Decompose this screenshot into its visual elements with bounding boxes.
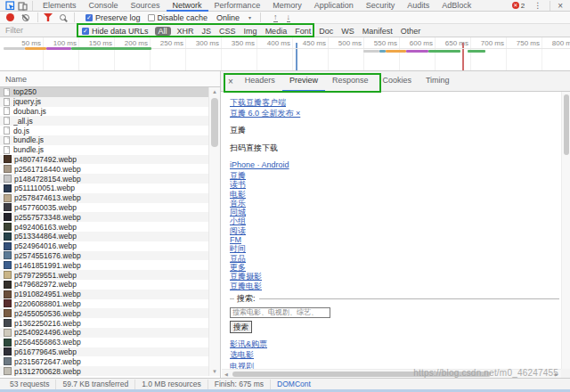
request-row[interactable]: p2561716440.webp: [0, 164, 208, 174]
request-row[interactable]: p513344864.webp: [0, 232, 208, 241]
search-input[interactable]: 搜索电影、电视剧、综艺、: [230, 307, 330, 318]
main-tab-console[interactable]: Console: [83, 0, 125, 12]
request-row[interactable]: jquery.js: [0, 97, 208, 107]
preserve-log-checkbox[interactable]: ✓: [86, 14, 93, 21]
preview-tab-preview[interactable]: Preview: [282, 71, 325, 92]
filter-type-doc[interactable]: Doc: [319, 27, 333, 36]
clear-icon[interactable]: [22, 14, 29, 21]
request-row[interactable]: p479682972.webp: [0, 280, 208, 290]
filter-type-all[interactable]: All: [155, 27, 171, 36]
preview-link[interactable]: 阅读: [230, 226, 246, 235]
preview-link[interactable]: 音乐: [230, 199, 246, 208]
request-row[interactable]: p1362250216.webp: [0, 318, 208, 328]
disable-cache-checkbox[interactable]: ✓: [148, 14, 155, 21]
request-row[interactable]: p492406163.webp: [0, 222, 208, 232]
main-tab-application[interactable]: Application: [308, 0, 360, 12]
main-tab-network[interactable]: Network: [167, 0, 208, 12]
request-row[interactable]: p2574551676.webp: [0, 251, 208, 261]
filter-type-font[interactable]: Font: [295, 27, 311, 36]
export-har-icon[interactable]: ↓: [287, 13, 291, 22]
request-row[interactable]: p579729551.webp: [0, 270, 208, 280]
scrollbar-thumb[interactable]: [211, 98, 218, 147]
preview-link[interactable]: 电影: [230, 190, 246, 199]
preview-link[interactable]: FM: [230, 235, 241, 244]
preview-link[interactable]: 下载豆瓣客户端: [230, 97, 286, 108]
request-row[interactable]: p480747492.webp: [0, 155, 208, 165]
search-button[interactable]: 搜索: [230, 321, 252, 333]
request-row[interactable]: p2540924496.webp: [0, 328, 208, 338]
scroll-down-icon[interactable]: ▼: [209, 367, 220, 376]
filter-type-other[interactable]: Other: [401, 27, 421, 36]
filter-icon[interactable]: [44, 13, 53, 21]
scroll-left-icon[interactable]: ◀: [222, 370, 231, 378]
preview-tab-headers[interactable]: Headers: [238, 71, 282, 92]
main-tab-performance[interactable]: Performance: [208, 0, 267, 12]
filter-input[interactable]: Filter: [5, 26, 23, 35]
device-toolbar-icon[interactable]: [16, 0, 28, 11]
request-row[interactable]: p2206088801.webp: [0, 299, 208, 309]
filter-type-img[interactable]: Img: [244, 27, 257, 36]
request-row[interactable]: top250: [0, 87, 208, 97]
platform-links[interactable]: iPhone · Android: [230, 160, 289, 169]
request-row[interactable]: p1312700628.webp: [0, 366, 208, 376]
preview-link[interactable]: 选电影: [230, 349, 254, 361]
filter-type-css[interactable]: CSS: [219, 27, 236, 36]
main-tab-sources[interactable]: Sources: [125, 0, 167, 12]
close-devtools-icon[interactable]: ×: [558, 1, 563, 11]
preview-link[interactable]: 豆瓣 6.0 全新发布 ×: [230, 108, 300, 118]
preview-link[interactable]: 豆瓣: [230, 171, 246, 180]
request-row[interactable]: _all.js: [0, 116, 208, 126]
preview-link[interactable]: 时间: [230, 244, 246, 253]
preview-tab-cookies[interactable]: Cookies: [375, 71, 419, 92]
preserve-log-control[interactable]: ✓ Preserve log: [86, 13, 141, 22]
scroll-up-icon[interactable]: ▲: [209, 87, 220, 96]
request-row[interactable]: p1484728154.webp: [0, 174, 208, 184]
error-count[interactable]: 2: [521, 2, 525, 10]
filter-type-ws[interactable]: WS: [341, 27, 354, 36]
request-row[interactable]: p2564556863.webp: [0, 338, 208, 347]
preview-link[interactable]: 影讯&购票: [230, 339, 267, 350]
preview-link[interactable]: 同城: [230, 208, 246, 216]
main-tab-elements[interactable]: Elements: [37, 0, 83, 12]
main-tab-audits[interactable]: Audits: [401, 0, 436, 12]
request-row[interactable]: p1910824951.webp: [0, 290, 208, 299]
request-row[interactable]: p524964016.webp: [0, 241, 208, 251]
close-detail-icon[interactable]: ×: [224, 77, 238, 86]
request-row[interactable]: p2557573348.webp: [0, 212, 208, 222]
preview-link[interactable]: 小组: [230, 216, 246, 225]
inspect-element-icon[interactable]: [4, 0, 16, 11]
preview-tab-timing[interactable]: Timing: [419, 71, 457, 92]
preview-link[interactable]: 豆品: [230, 254, 246, 263]
hide-data-urls-checkbox[interactable]: ✓: [82, 28, 89, 35]
preview-tab-response[interactable]: Response: [325, 71, 376, 92]
preview-link[interactable]: 豆瓣摄影: [230, 272, 262, 281]
name-column-header[interactable]: Name: [0, 71, 220, 87]
main-tab-adblock[interactable]: AdBlock: [436, 0, 477, 12]
more-options-icon[interactable]: ⋮: [533, 1, 542, 10]
request-row[interactable]: p2578474613.webp: [0, 193, 208, 203]
request-row[interactable]: douban.js: [0, 107, 208, 117]
request-row[interactable]: p2455050536.webp: [0, 308, 208, 318]
preview-link[interactable]: 豆瓣电影: [230, 282, 262, 290]
filter-type-media[interactable]: Media: [265, 27, 288, 36]
preview-link[interactable]: 更多: [230, 263, 246, 272]
preview-link[interactable]: 读书: [230, 180, 246, 189]
throttling-dropdown[interactable]: Online ▾: [216, 13, 251, 22]
import-har-icon[interactable]: ↑: [273, 13, 278, 22]
filter-type-js[interactable]: JS: [202, 27, 212, 36]
disable-cache-control[interactable]: ✓ Disable cache: [148, 13, 208, 22]
request-row[interactable]: p511110051.webp: [0, 184, 208, 193]
request-row[interactable]: p457760035.webp: [0, 203, 208, 213]
error-badge-icon[interactable]: ✕: [512, 2, 519, 9]
scrollbar-thumb[interactable]: [564, 94, 569, 155]
main-tab-memory[interactable]: Memory: [266, 0, 308, 12]
filter-type-xhr[interactable]: XHR: [177, 27, 194, 36]
search-icon[interactable]: [60, 14, 66, 20]
network-overview-timeline[interactable]: 50 ms100 ms150 ms200 ms250 ms300 ms350 m…: [0, 37, 570, 71]
filter-type-manifest[interactable]: Manifest: [362, 27, 393, 36]
request-row[interactable]: bundle.js: [0, 145, 208, 155]
request-list-scrollbar[interactable]: ▲ ▼: [208, 87, 220, 376]
preview-vertical-scrollbar[interactable]: [561, 92, 570, 369]
main-tab-security[interactable]: Security: [360, 0, 402, 12]
preview-link[interactable]: 电视剧: [230, 361, 254, 369]
